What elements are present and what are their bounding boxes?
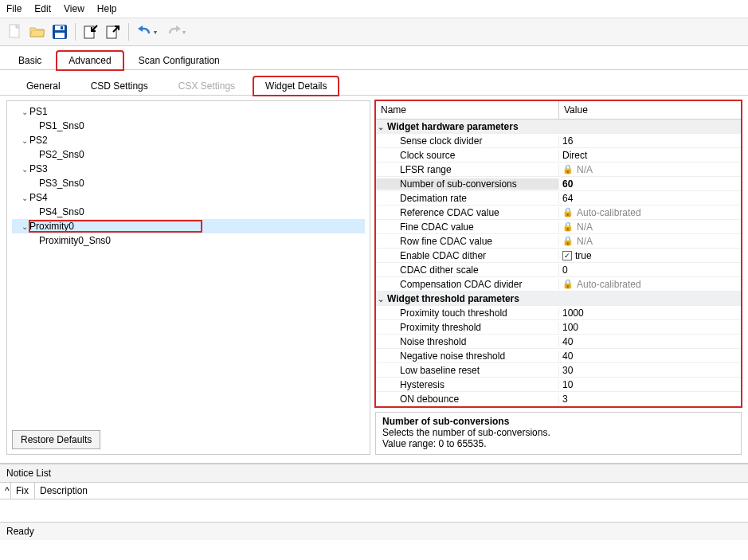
tree-caret-icon[interactable]: ⌄ xyxy=(22,222,29,231)
property-name: Reference CDAC value xyxy=(376,207,559,218)
tree-item-ps1[interactable]: ⌄PS1 xyxy=(12,104,365,119)
property-value[interactable]: ✓true xyxy=(559,250,741,261)
header-value: Value xyxy=(559,101,593,119)
new-file-button[interactable] xyxy=(5,22,25,42)
property-row[interactable]: CDAC dither scale0 xyxy=(376,263,741,277)
property-group[interactable]: ⌄Widget hardware parameters xyxy=(376,119,741,134)
property-value[interactable]: 40 xyxy=(559,350,741,362)
property-group[interactable]: ⌄Widget threshold parameters xyxy=(376,292,741,306)
tree-item-proximity0[interactable]: ⌄Proximity0 xyxy=(12,219,365,233)
new-file-icon xyxy=(8,24,22,40)
lock-icon: 🔒 xyxy=(562,236,574,246)
tab-advanced[interactable]: Advanced xyxy=(57,51,123,70)
chevron-down-icon: ⌄ xyxy=(378,295,386,303)
tree-caret-icon[interactable]: ⌄ xyxy=(22,108,29,116)
property-row[interactable]: LFSR range🔒N/A xyxy=(376,163,741,177)
redo-button[interactable]: ▾ xyxy=(163,22,190,42)
property-row[interactable]: Negative noise threshold40 xyxy=(376,349,741,363)
property-row[interactable]: Hysteresis10 xyxy=(376,378,741,392)
toolbar-separator xyxy=(128,23,129,41)
property-row[interactable]: Decimation rate64 xyxy=(376,191,741,206)
property-value[interactable]: 10 xyxy=(559,379,741,390)
tree-item-ps3_sns0[interactable]: PS3_Sns0 xyxy=(12,176,365,190)
tab-basic[interactable]: Basic xyxy=(6,51,53,69)
property-row[interactable]: Number of sub-conversions60 xyxy=(376,177,741,191)
property-value[interactable]: 40 xyxy=(559,336,741,347)
property-value[interactable]: 60 xyxy=(559,178,741,190)
content-area: ⌄PS1PS1_Sns0⌄PS2PS2_Sns0⌄PS3PS3_Sns0⌄PS4… xyxy=(0,96,748,460)
notice-list-body xyxy=(0,499,748,522)
property-value[interactable]: 30 xyxy=(559,365,741,376)
lock-icon: 🔒 xyxy=(562,207,574,217)
tree-item-label: PS3 xyxy=(29,163,48,174)
notice-fix-col[interactable]: Fix xyxy=(11,483,35,499)
tab-csd-settings[interactable]: CSD Settings xyxy=(79,76,160,95)
svg-marker-9 xyxy=(176,25,181,32)
property-value: 🔒N/A xyxy=(559,236,741,247)
tree-item-ps1_sns0[interactable]: PS1_Sns0 xyxy=(12,119,365,133)
property-description: Number of sub-conversions Selects the nu… xyxy=(375,412,742,455)
property-name: ON debounce xyxy=(376,394,559,405)
property-row[interactable]: Enable CDAC dither✓true xyxy=(376,249,741,263)
menu-file[interactable]: File xyxy=(6,3,22,14)
export-icon xyxy=(105,24,121,40)
property-row[interactable]: Sense clock divider16 xyxy=(376,134,741,148)
property-row[interactable]: Clock sourceDirect xyxy=(376,148,741,163)
checkbox-icon[interactable]: ✓ xyxy=(562,251,572,260)
svg-rect-4 xyxy=(55,33,65,38)
property-value[interactable]: 1000 xyxy=(559,307,741,319)
widget-tree[interactable]: ⌄PS1PS1_Sns0⌄PS2PS2_Sns0⌄PS3PS3_Sns0⌄PS4… xyxy=(12,104,365,425)
property-name: Enable CDAC dither xyxy=(376,250,559,261)
property-value[interactable]: 3 xyxy=(559,394,741,405)
notice-list-header: ^ Fix Description xyxy=(0,483,748,499)
save-button[interactable] xyxy=(49,22,70,42)
property-name: Row fine CDAC value xyxy=(376,236,559,247)
tab-widget-details[interactable]: Widget Details xyxy=(253,76,339,96)
import-button[interactable] xyxy=(80,22,101,42)
undo-button[interactable]: ▾ xyxy=(134,22,161,42)
open-folder-button[interactable] xyxy=(27,22,48,42)
notice-desc-col[interactable]: Description xyxy=(35,483,748,499)
tree-item-label: Proximity0 xyxy=(29,221,202,232)
menu-help[interactable]: Help xyxy=(97,3,117,14)
menu-edit[interactable]: Edit xyxy=(34,3,51,14)
tab-scan-configuration[interactable]: Scan Configuration xyxy=(127,51,232,69)
tree-item-ps2[interactable]: ⌄PS2 xyxy=(12,133,365,147)
property-row[interactable]: Compensation CDAC divider🔒Auto-calibrate… xyxy=(376,277,741,292)
tree-item-ps3[interactable]: ⌄PS3 xyxy=(12,162,365,176)
property-row[interactable]: ON debounce3 xyxy=(376,392,741,406)
notice-expand-col[interactable]: ^ xyxy=(0,483,11,499)
property-value[interactable]: 16 xyxy=(559,135,741,147)
description-title: Number of sub-conversions xyxy=(382,416,734,427)
property-value[interactable]: Direct xyxy=(559,150,741,161)
tree-caret-icon[interactable]: ⌄ xyxy=(22,165,29,174)
tree-caret-icon[interactable]: ⌄ xyxy=(22,194,29,202)
sub-tabs: General CSD Settings CSX Settings Widget… xyxy=(0,70,748,96)
property-value[interactable]: 0 xyxy=(559,264,741,276)
tab-csx-settings: CSX Settings xyxy=(166,76,247,95)
svg-rect-3 xyxy=(55,25,65,30)
property-row[interactable]: Proximity threshold100 xyxy=(376,320,741,335)
tree-item-label: PS1 xyxy=(29,106,48,117)
property-value-text: Auto-calibrated xyxy=(577,207,641,218)
tree-caret-icon[interactable]: ⌄ xyxy=(22,136,29,145)
property-row[interactable]: Reference CDAC value🔒Auto-calibrated xyxy=(376,206,741,220)
open-folder-icon xyxy=(29,25,45,39)
export-button[interactable] xyxy=(103,22,123,42)
tree-item-ps4_sns0[interactable]: PS4_Sns0 xyxy=(12,205,365,219)
property-row[interactable]: Fine CDAC value🔒N/A xyxy=(376,220,741,234)
tree-item-proximity0_sns0[interactable]: Proximity0_Sns0 xyxy=(12,233,365,248)
property-row[interactable]: Noise threshold40 xyxy=(376,335,741,349)
property-value[interactable]: 64 xyxy=(559,193,741,204)
property-row[interactable]: Proximity touch threshold1000 xyxy=(376,306,741,320)
menu-view[interactable]: View xyxy=(64,3,84,14)
property-row[interactable]: Low baseline reset30 xyxy=(376,363,741,378)
property-name: Sense clock divider xyxy=(376,135,559,147)
tab-general[interactable]: General xyxy=(14,76,72,95)
tree-item-ps4[interactable]: ⌄PS4 xyxy=(12,190,365,205)
restore-defaults-button[interactable]: Restore Defaults xyxy=(12,430,100,449)
property-value[interactable]: 100 xyxy=(559,322,741,333)
property-row[interactable]: Row fine CDAC value🔒N/A xyxy=(376,234,741,249)
tree-item-ps2_sns0[interactable]: PS2_Sns0 xyxy=(12,147,365,162)
header-name: Name xyxy=(376,101,559,119)
